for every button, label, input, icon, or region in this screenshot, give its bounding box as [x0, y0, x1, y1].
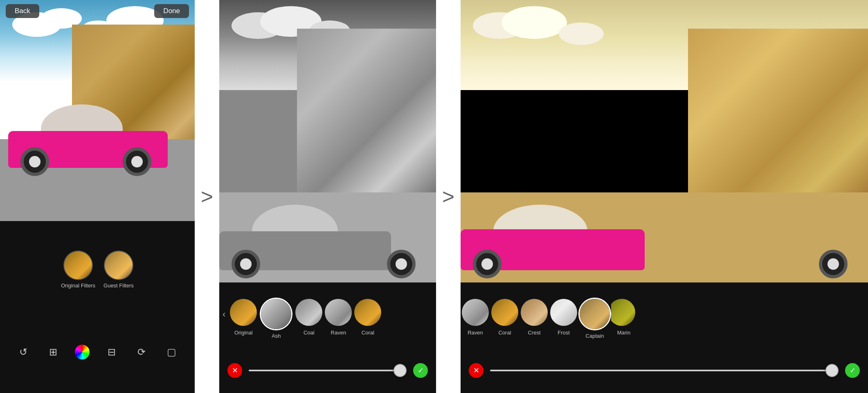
- filter-strip-2: ‹ Original Ash Coal: [219, 296, 436, 341]
- cancel-button-3[interactable]: ✕: [469, 363, 483, 378]
- fl-captain-3: Captain: [586, 333, 604, 339]
- panel-original: Back Done Original Filters: [0, 0, 195, 393]
- photo-captain: [461, 0, 868, 282]
- color-icon[interactable]: [75, 345, 90, 359]
- horse-orig-2: [230, 299, 257, 326]
- confirm-button-3[interactable]: ✓: [845, 363, 860, 378]
- filter-circle-guest: [104, 251, 133, 280]
- toolbar: ↺ ⊞ ⊟ ⟳ ▢: [0, 341, 195, 364]
- filter-crest-3[interactable]: Crest: [519, 298, 549, 336]
- fc-captain-3: [578, 298, 611, 330]
- horse-captain-3: [580, 299, 610, 329]
- fc-coal: [294, 298, 324, 327]
- car-wheel-right-g: [387, 250, 416, 278]
- filter-frost-3[interactable]: Frost: [549, 298, 578, 336]
- slider-thumb-2[interactable]: [394, 364, 407, 377]
- fl-raven-3: Raven: [468, 330, 483, 336]
- photo-ash: [219, 0, 436, 282]
- horse-raven-3: [462, 299, 489, 326]
- photo-original: [0, 0, 195, 221]
- filter-row: Original Filters Guest Filters: [61, 251, 133, 289]
- fl-marin-3: Marin: [617, 330, 631, 336]
- arrow-1: >: [195, 0, 219, 393]
- frame-icon[interactable]: ▢: [163, 344, 180, 360]
- bottom-bar-2: ‹ Original Ash Coal: [219, 282, 436, 393]
- cloud-w3: [559, 23, 604, 45]
- car: [8, 106, 172, 180]
- fc-ash: [260, 298, 292, 330]
- horse-coal: [295, 299, 322, 326]
- fc-raven-3: [461, 298, 490, 327]
- rotate-icon[interactable]: ↺: [15, 344, 31, 360]
- fl-crest-3: Crest: [528, 330, 540, 336]
- filter-marin-3[interactable]: Marin: [611, 298, 636, 336]
- car-wheel-right-w: [819, 250, 848, 278]
- filter-coral-3[interactable]: Coral: [490, 298, 519, 336]
- filter-circle-original: [63, 251, 93, 280]
- confirm-button-2[interactable]: ✓: [413, 363, 428, 378]
- horse-coral: [354, 299, 381, 326]
- horse-original: [64, 251, 92, 279]
- slider-row-2: ✕ ✓: [219, 361, 436, 379]
- fl-raven: Raven: [331, 330, 346, 336]
- cloud-w2: [501, 6, 567, 39]
- filter-original[interactable]: Original Filters: [61, 251, 95, 289]
- fl-coral: Coral: [362, 330, 374, 336]
- filter-label-guest: Guest Filters: [103, 282, 134, 289]
- slider-thumb-3[interactable]: [825, 364, 839, 377]
- fc-coral: [353, 298, 382, 327]
- panel-ash: ‹ Original Ash Coal: [219, 0, 436, 393]
- car-wheel-left: [20, 147, 49, 176]
- horse-frost-3: [550, 299, 577, 326]
- fl-coral-3: Coral: [498, 330, 511, 336]
- cancel-button-2[interactable]: ✕: [227, 363, 242, 378]
- bottom-bar: Original Filters Guest Filters ↺ ⊞ ⊟ ⟳ ▢: [0, 221, 195, 393]
- adjust-icon[interactable]: ⊞: [45, 344, 61, 360]
- filter-label-original: Original Filters: [61, 282, 95, 289]
- car-roof: [41, 104, 123, 135]
- fl-ash: Ash: [272, 333, 281, 339]
- slider-track-2[interactable]: [249, 370, 407, 371]
- filter-strip-3: Raven Coral Crest Frost: [461, 296, 868, 341]
- fc-marin-3: [611, 298, 636, 327]
- horse-coral-3: [491, 299, 518, 326]
- arrow-symbol-1: >: [201, 184, 213, 209]
- horse-marin-3: [611, 299, 635, 326]
- fc-frost-3: [549, 298, 578, 327]
- horse-ash: [261, 299, 291, 329]
- fl-original-2: Original: [234, 330, 253, 336]
- wall-warm: [688, 29, 868, 205]
- wall-gray: [297, 29, 436, 192]
- fc-original-2: [229, 298, 258, 327]
- panel-captain: Raven Coral Crest Frost: [461, 0, 868, 393]
- filter-raven[interactable]: Raven: [324, 298, 353, 336]
- fl-coal: Coal: [304, 330, 315, 336]
- arrow-2: >: [436, 0, 461, 393]
- done-button[interactable]: Done: [154, 4, 189, 18]
- back-small-btn[interactable]: ‹: [219, 298, 229, 320]
- filter-captain-3[interactable]: Captain: [578, 298, 611, 339]
- arrow-symbol-2: >: [442, 184, 454, 209]
- fc-raven: [324, 298, 353, 327]
- fc-coral-3: [490, 298, 519, 327]
- horse-raven: [325, 299, 352, 326]
- film-icon[interactable]: ⊟: [103, 344, 120, 360]
- filter-coal[interactable]: Coal: [294, 298, 324, 336]
- filter-raven-3[interactable]: Raven: [461, 298, 490, 336]
- fl-frost-3: Frost: [558, 330, 570, 336]
- filter-guest[interactable]: Guest Filters: [103, 251, 134, 289]
- top-bar: Back Done: [0, 0, 195, 22]
- car-wheel-right: [123, 147, 151, 176]
- filter-original-2[interactable]: Original: [229, 298, 258, 336]
- back-button[interactable]: Back: [6, 4, 39, 18]
- crop-rotate-icon[interactable]: ⟳: [133, 344, 150, 360]
- filter-coral[interactable]: Coral: [353, 298, 382, 336]
- car-wheel-left-w: [473, 250, 501, 278]
- bottom-bar-3: Raven Coral Crest Frost: [461, 282, 868, 393]
- horse-guest: [105, 251, 133, 279]
- slider-track-3[interactable]: [490, 370, 839, 371]
- filter-ash[interactable]: Ash: [260, 298, 292, 339]
- car-wheel-left-g: [232, 250, 260, 278]
- slider-row-3: ✕ ✓: [461, 361, 868, 379]
- fc-crest-3: [519, 298, 549, 327]
